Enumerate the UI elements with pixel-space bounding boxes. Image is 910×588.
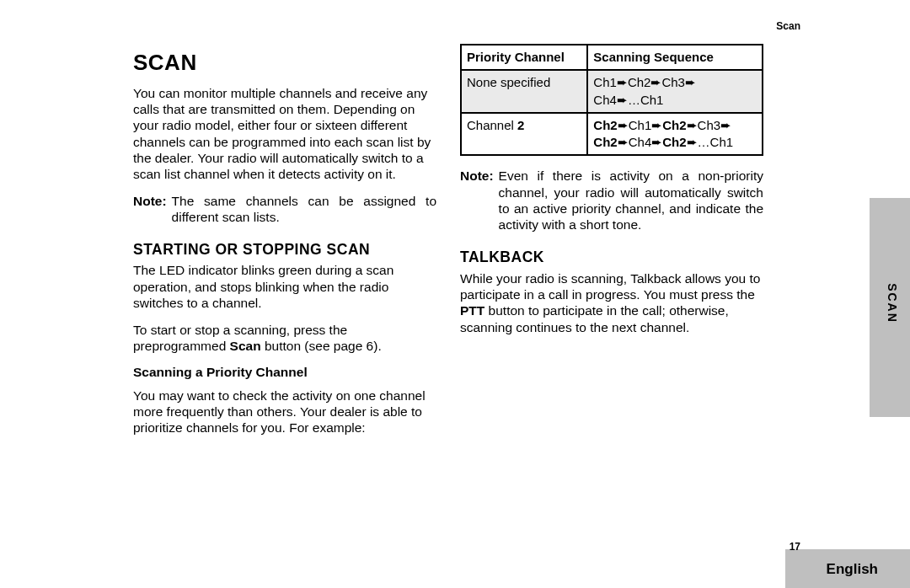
table-row: Channel 2 Ch2➨Ch1➨Ch2➨Ch3➨ Ch2➨Ch4➨Ch2➨…… bbox=[461, 113, 763, 156]
note-label: Note: bbox=[460, 168, 494, 233]
cell-sequence-ch2: Ch2➨Ch1➨Ch2➨Ch3➨ Ch2➨Ch4➨Ch2➨…Ch1 bbox=[587, 113, 763, 156]
table-header-row: Priority Channel Scanning Sequence bbox=[461, 45, 763, 70]
left-column: SCAN You can monitor multiple channels a… bbox=[133, 40, 436, 546]
priority-heading: Scanning a Priority Channel bbox=[133, 364, 436, 380]
note-body: Even if there is activity on a non-prior… bbox=[499, 168, 763, 233]
talkback-heading: TALKBACK bbox=[460, 249, 763, 267]
side-tab-label: SCAN bbox=[886, 244, 899, 362]
page-title: SCAN bbox=[133, 49, 436, 77]
note-body: The same channels can be assigned to dif… bbox=[172, 193, 436, 226]
right-column: Priority Channel Scanning Sequence None … bbox=[460, 40, 763, 546]
language-label: English bbox=[827, 561, 878, 578]
table-row: None specified Ch1➨Ch2➨Ch3➨ Ch4➨…Ch1 bbox=[461, 70, 763, 113]
note-2: Note: Even if there is activity on a non… bbox=[460, 168, 763, 233]
scan-sequence-table: Priority Channel Scanning Sequence None … bbox=[460, 44, 763, 156]
th-priority: Priority Channel bbox=[461, 45, 587, 70]
start-stop-p2: To start or stop a scanning, press the p… bbox=[133, 322, 436, 355]
priority-text: You may want to check the activity on on… bbox=[133, 388, 436, 436]
intro-paragraph: You can monitor multiple channels and re… bbox=[133, 85, 436, 183]
cell-priority-none: None specified bbox=[461, 70, 587, 113]
talkback-paragraph: While your radio is scanning, Talkback a… bbox=[460, 270, 763, 336]
starting-stopping-heading: STARTING OR STOPPING SCAN bbox=[133, 241, 436, 259]
note-1: Note: The same channels can be assigned … bbox=[133, 193, 436, 226]
start-stop-p1: The LED indicator blinks green during a … bbox=[133, 262, 436, 311]
content-columns: SCAN You can monitor multiple channels a… bbox=[133, 40, 807, 546]
cell-priority-ch2: Channel 2 bbox=[461, 113, 587, 156]
cell-sequence-none: Ch1➨Ch2➨Ch3➨ Ch4➨…Ch1 bbox=[587, 70, 763, 113]
note-label: Note: bbox=[133, 193, 167, 226]
th-sequence: Scanning Sequence bbox=[587, 45, 763, 70]
running-header: Scan bbox=[776, 20, 800, 32]
page: SCAN English Scan 17 SCAN You can monito… bbox=[0, 0, 910, 588]
